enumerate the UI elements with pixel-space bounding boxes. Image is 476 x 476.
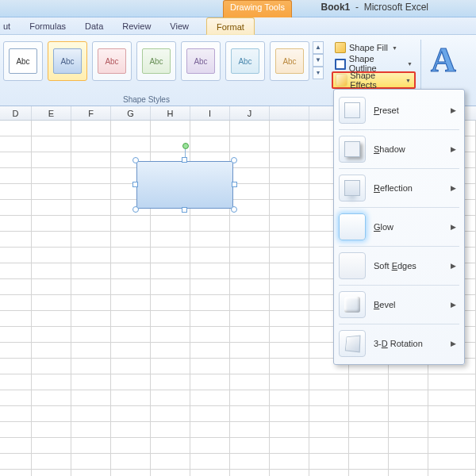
submenu-arrow-icon: ▶ — [451, 262, 456, 270]
resize-handle-tl[interactable] — [132, 157, 139, 163]
shape-fill-label: Shape Fill — [349, 43, 388, 52]
col-header[interactable]: E — [32, 106, 71, 120]
menu-separator — [339, 168, 459, 169]
selected-shape[interactable] — [132, 157, 237, 213]
shape-style-2-selected[interactable]: Abc — [48, 41, 87, 81]
effects-preset[interactable]: Preset ▶ — [336, 93, 463, 128]
resize-handle-tr[interactable] — [231, 157, 237, 163]
bevel-icon — [339, 291, 366, 318]
tab-layout-partial[interactable]: ut — [0, 17, 20, 35]
shape-outline-button[interactable]: Shape Outline ▼ — [332, 56, 416, 71]
label: 3-D Rotation — [374, 339, 423, 348]
effects-shadow[interactable]: Shadow ▶ — [336, 132, 463, 167]
label: Soft Edges — [374, 261, 416, 271]
resize-handle-b[interactable] — [182, 207, 187, 213]
soft-edges-icon — [339, 252, 366, 279]
label: Shadow — [374, 144, 405, 154]
shape-effects-label: Shape Effects — [350, 71, 401, 90]
bucket-icon — [335, 42, 346, 53]
menu-separator — [339, 324, 459, 324]
menu-separator — [339, 207, 459, 208]
col-header[interactable]: G — [111, 106, 151, 120]
effects-soft-edges[interactable]: Soft Edges ▶ — [336, 248, 463, 283]
shape-style-6[interactable]: Abc — [225, 41, 265, 81]
menu-separator — [339, 246, 459, 247]
effects-glow[interactable]: Glow ▶ — [336, 209, 463, 244]
label: Reflection — [374, 183, 413, 193]
col-header[interactable]: F — [71, 106, 111, 120]
shape-effects-button[interactable]: Shape Effects ▼ — [332, 71, 416, 89]
preset-icon — [339, 97, 366, 124]
shape-style-5[interactable]: Abc — [181, 41, 221, 81]
tab-data[interactable]: Data — [75, 17, 113, 35]
effects-reflection[interactable]: Reflection ▶ — [336, 171, 463, 205]
resize-handle-t[interactable] — [182, 157, 187, 163]
window-title: Book1 - Microsoft Excel — [321, 2, 428, 13]
resize-handle-r[interactable] — [232, 182, 237, 187]
shape-style-7[interactable]: Abc — [270, 41, 309, 81]
chevron-down-icon: ▼ — [405, 78, 411, 83]
shape-style-1[interactable]: Abc — [3, 41, 43, 81]
label: Bevel — [374, 300, 396, 309]
label: Glow — [374, 222, 393, 232]
tab-formulas[interactable]: Formulas — [20, 17, 75, 35]
rotation-handle[interactable] — [182, 143, 189, 149]
gallery-down-icon[interactable]: ▼ — [313, 54, 324, 67]
menu-separator — [339, 285, 459, 286]
tab-review[interactable]: Review — [113, 17, 160, 35]
chevron-down-icon: ▼ — [392, 45, 397, 51]
effects-icon — [336, 75, 347, 86]
rectangle-shape[interactable] — [136, 161, 233, 209]
tab-view[interactable]: View — [160, 17, 198, 35]
ribbon-tabs: ut Formulas Data Review View Format — [0, 17, 476, 35]
submenu-arrow-icon: ▶ — [451, 223, 456, 231]
resize-handle-br[interactable] — [231, 206, 237, 213]
effects-3d-rotation[interactable]: 3-D Rotation ▶ — [336, 326, 463, 361]
rotation-3d-icon — [339, 330, 366, 357]
submenu-arrow-icon: ▶ — [451, 301, 456, 309]
shape-fill-button[interactable]: Shape Fill ▼ — [332, 40, 416, 56]
shape-style-3[interactable]: Abc — [92, 41, 132, 81]
shape-style-4[interactable]: Abc — [136, 41, 176, 81]
menu-separator — [339, 129, 459, 130]
col-header[interactable]: H — [151, 106, 190, 120]
submenu-arrow-icon: ▶ — [451, 340, 456, 347]
glow-icon — [339, 213, 366, 240]
effects-bevel[interactable]: Bevel ▶ — [336, 287, 463, 322]
col-header-hidden[interactable] — [270, 106, 309, 120]
shadow-icon — [339, 136, 366, 163]
col-header[interactable]: J — [230, 106, 270, 120]
submenu-arrow-icon: ▶ — [451, 184, 456, 192]
col-header[interactable]: D — [0, 106, 32, 120]
group-label-shape-styles: Shape Styles — [123, 95, 170, 104]
gallery-up-icon[interactable]: ▲ — [313, 41, 324, 54]
resize-handle-l[interactable] — [132, 182, 138, 187]
label: Preset — [374, 106, 399, 115]
resize-handle-bl[interactable] — [132, 206, 139, 213]
pen-outline-icon — [335, 59, 346, 70]
contextual-tab-drawing-tools[interactable]: Drawing Tools — [223, 0, 292, 17]
gallery-scroll: ▲ ▼ ▾ — [313, 35, 325, 106]
reflection-icon — [339, 175, 366, 202]
submenu-arrow-icon: ▶ — [451, 106, 456, 114]
gallery-more-icon[interactable]: ▾ — [313, 67, 324, 79]
col-header[interactable]: I — [190, 106, 230, 120]
title-bar: Drawing Tools Book1 - Microsoft Excel — [0, 0, 476, 17]
shape-effects-menu: Preset ▶ Shadow ▶ Reflection ▶ Glow ▶ So… — [333, 89, 465, 365]
chevron-down-icon: ▼ — [407, 61, 413, 67]
submenu-arrow-icon: ▶ — [451, 145, 456, 153]
tab-format[interactable]: Format — [206, 17, 255, 35]
